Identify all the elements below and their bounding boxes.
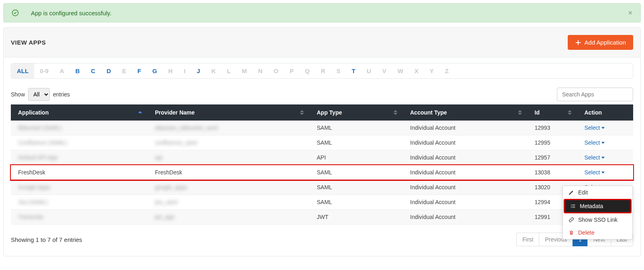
- alpha-e[interactable]: E: [116, 63, 132, 78]
- alpha-o[interactable]: O: [268, 63, 284, 78]
- cell-app-type: SAML: [310, 165, 403, 180]
- sort-icon: [568, 110, 572, 115]
- alpha-a[interactable]: A: [54, 63, 70, 78]
- cell-application: Tremendo: [11, 210, 148, 225]
- alpha-g[interactable]: G: [147, 63, 163, 78]
- cell-id: 13038: [528, 165, 577, 180]
- card-body: ALL0-9ABCDEFGHIJKLMNOPQRSTUVWXYZ Show Al…: [4, 57, 640, 256]
- alpha-w[interactable]: W: [392, 63, 409, 78]
- cell-account-type: Individual Account: [403, 121, 528, 135]
- cell-id: 12993: [528, 121, 577, 135]
- trash-icon: [569, 230, 574, 235]
- alpha-q[interactable]: Q: [300, 63, 316, 78]
- cell-provider: google_apps: [148, 180, 310, 195]
- cell-app-type: SAML: [310, 135, 403, 150]
- pager-first[interactable]: First: [516, 233, 539, 246]
- cell-provider: jira_saml: [148, 195, 310, 210]
- cell-application: Bitbucket (SAML): [11, 121, 148, 135]
- select-dropdown-trigger[interactable]: Select: [585, 169, 605, 176]
- dropdown-edit[interactable]: Edit: [563, 186, 632, 199]
- show-label-before: Show: [11, 91, 25, 98]
- alpha-k[interactable]: K: [206, 63, 221, 78]
- alpha-b[interactable]: B: [70, 63, 86, 78]
- alpha-all[interactable]: ALL: [11, 63, 34, 78]
- check-circle-icon: [12, 9, 19, 16]
- dropdown-metadata[interactable]: Metadata: [565, 200, 631, 213]
- sort-icon: [518, 110, 522, 115]
- cell-application: Google Apps: [11, 180, 148, 195]
- cell-app-type: SAML: [310, 180, 403, 195]
- alpha-u[interactable]: U: [361, 63, 377, 78]
- page-title: VIEW APPS: [11, 39, 46, 46]
- caret-down-icon: [601, 142, 605, 144]
- table-row: Jira (SAML)jira_samlSAMLIndividual Accou…: [11, 195, 633, 210]
- col-app-type[interactable]: App Type: [310, 104, 403, 121]
- alpha-x[interactable]: X: [409, 63, 424, 78]
- alpha-s[interactable]: S: [331, 63, 346, 78]
- select-dropdown-trigger[interactable]: Select: [585, 154, 605, 161]
- alpha-j[interactable]: J: [191, 63, 206, 78]
- cell-action: Select: [577, 150, 634, 165]
- alpha-y[interactable]: Y: [424, 63, 439, 78]
- table-row: FreshDeskFreshDeskSAMLIndividual Account…: [11, 165, 633, 180]
- entries-info: Showing 1 to 7 of 7 entries: [11, 236, 82, 243]
- alpha-f[interactable]: F: [132, 63, 147, 78]
- alpha-r[interactable]: R: [315, 63, 331, 78]
- show-entries: Show All entries: [11, 88, 70, 101]
- sort-icon: [393, 110, 397, 115]
- alpha-l[interactable]: L: [221, 63, 236, 78]
- cell-action: Select: [577, 165, 634, 180]
- select-dropdown-trigger[interactable]: Select: [585, 139, 605, 146]
- cell-application: Confluence (SAML): [11, 135, 148, 150]
- alpha-t[interactable]: T: [346, 63, 361, 78]
- plus-icon: [575, 39, 581, 46]
- alpha-h[interactable]: H: [163, 63, 178, 78]
- alert-text: App is configured successfuly.: [31, 10, 112, 16]
- cell-application: FreshDesk: [11, 165, 148, 180]
- cell-app-type: SAML: [310, 121, 403, 135]
- alpha-filter: ALL0-9ABCDEFGHIJKLMNOPQRSTUVWXYZ: [11, 63, 633, 79]
- table-row: Bitbucket (SAML)atlassian_bitbucket_saml…: [11, 121, 633, 135]
- cell-action: Select: [577, 121, 634, 135]
- edit-icon: [569, 190, 574, 195]
- col-account-type[interactable]: Account Type: [403, 104, 528, 121]
- cell-provider: FreshDesk: [148, 165, 310, 180]
- list-icon: [570, 203, 576, 209]
- cell-app-type: SAML: [310, 195, 403, 210]
- cell-app-type: JWT: [310, 210, 403, 225]
- alpha-c[interactable]: C: [86, 63, 101, 78]
- cell-account-type: Individual Account: [403, 210, 528, 225]
- alpha-i[interactable]: I: [178, 63, 191, 78]
- table-row: Tremendojwt_appJWTIndividual Account1299…: [11, 210, 633, 225]
- entries-select[interactable]: All: [28, 88, 50, 101]
- col-id[interactable]: Id: [528, 104, 577, 121]
- add-application-button[interactable]: Add Application: [568, 35, 633, 50]
- select-dropdown-trigger[interactable]: Select: [585, 125, 605, 131]
- caret-down-icon: [601, 172, 605, 174]
- col-provider[interactable]: Provider Name: [148, 104, 310, 121]
- table-row: Default API AppapiAPIIndividual Account1…: [11, 150, 633, 165]
- search-input[interactable]: [557, 88, 633, 101]
- cell-provider: jwt_app: [148, 210, 310, 225]
- alpha-d[interactable]: D: [101, 63, 116, 78]
- close-icon[interactable]: ×: [628, 9, 632, 17]
- alpha-n[interactable]: N: [253, 63, 268, 78]
- cell-application: Jira (SAML): [11, 195, 148, 210]
- cell-account-type: Individual Account: [403, 195, 528, 210]
- cell-account-type: Individual Account: [403, 135, 528, 150]
- cell-id: 12957: [528, 150, 577, 165]
- cell-action: Select: [577, 135, 634, 150]
- cell-id: 12995: [528, 135, 577, 150]
- cell-provider: atlassian_bitbucket_saml: [148, 121, 310, 135]
- cell-provider: confluence_saml: [148, 135, 310, 150]
- alpha-p[interactable]: P: [284, 63, 299, 78]
- dropdown-delete[interactable]: Delete: [563, 226, 632, 239]
- alpha-0-9[interactable]: 0-9: [34, 63, 54, 78]
- alpha-v[interactable]: V: [377, 63, 392, 78]
- cell-provider: api: [148, 150, 310, 165]
- alpha-m[interactable]: M: [236, 63, 253, 78]
- table-footer: Showing 1 to 7 of 7 entries First Previo…: [11, 233, 633, 246]
- alpha-z[interactable]: Z: [439, 63, 454, 78]
- dropdown-show-sso-link[interactable]: Show SSO Link: [563, 213, 632, 226]
- col-application[interactable]: Application: [11, 104, 148, 121]
